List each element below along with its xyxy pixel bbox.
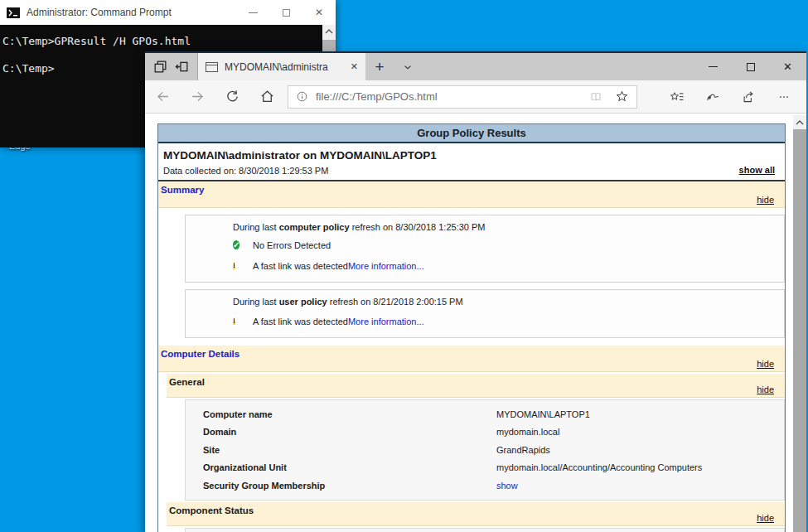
- more-information-link[interactable]: More information...: [348, 261, 424, 271]
- navbar-right-buttons: [659, 80, 801, 114]
- table-row: Computer name MYDOMAIN\LAPTOP1: [203, 405, 784, 423]
- browser-navbar: file:///C:/Temp/GPOs.html: [145, 80, 806, 114]
- close-icon: ✕: [783, 60, 792, 73]
- row-value: MYDOMAIN\LAPTOP1: [496, 409, 590, 419]
- console-line-command: C:\Temp>GPResult /H GPOs.html: [2, 35, 322, 48]
- row-label: Organizational Unit: [203, 462, 496, 472]
- status-row: ! A fast link was detected More informat…: [233, 313, 784, 329]
- tab-title: MYDOMAIN\administra: [225, 61, 346, 73]
- share-icon[interactable]: [730, 80, 766, 114]
- cmd-titlebar[interactable]: Administrator: Command Prompt ✕: [0, 0, 336, 25]
- minimize-icon: [249, 12, 258, 13]
- summary-content: During last computer policy refresh on 8…: [158, 208, 785, 346]
- table-row: Organizational Unit mydomain.local/Accou…: [203, 459, 784, 477]
- more-information-link[interactable]: More information...: [348, 317, 424, 326]
- table-row: Domain mydomain.local: [203, 423, 784, 442]
- browser-window: MYDOMAIN\administra ✕ + ✕: [145, 51, 806, 532]
- browser-maximize-button[interactable]: [732, 53, 769, 80]
- hub-icon[interactable]: [659, 80, 694, 114]
- row-value: GrandRapids: [496, 445, 550, 455]
- component-status-section-title[interactable]: Component Status: [169, 505, 254, 515]
- tab-close-icon[interactable]: ✕: [351, 61, 358, 72]
- text: refresh on 8/21/2018 2:00:15 PM: [327, 297, 463, 307]
- row-label: Domain: [203, 427, 496, 437]
- page-icon: [206, 62, 218, 72]
- row-label: Security Group Membership: [203, 481, 496, 491]
- tab-preview-chevron-icon[interactable]: [394, 53, 422, 80]
- section-general: General hide: [167, 374, 785, 398]
- info-icon[interactable]: [296, 90, 308, 103]
- row-label: Computer name: [203, 409, 496, 419]
- status-row: ✓ No Errors Detected: [233, 239, 784, 251]
- general-section-title[interactable]: General: [169, 377, 205, 387]
- computer-policy-box: During last computer policy refresh on 8…: [185, 215, 785, 283]
- address-bar[interactable]: file:///C:/Temp/GPOs.html: [288, 85, 637, 109]
- report-collected-on: Data collected on: 8/30/2018 1:29:53 PM: [163, 166, 780, 176]
- tabs-set-aside-icon[interactable]: [174, 59, 190, 75]
- general-hide-link[interactable]: hide: [757, 384, 774, 394]
- computer-details-section-title[interactable]: Computer Details: [161, 349, 239, 359]
- section-computer-details: Computer Details hide: [158, 346, 785, 372]
- component-status-hide-link[interactable]: hide: [757, 513, 774, 523]
- scroll-up-icon[interactable]: [793, 115, 806, 129]
- back-button[interactable]: [145, 80, 180, 114]
- browser-tabbar: MYDOMAIN\administra ✕ + ✕: [145, 53, 806, 80]
- reading-view-icon[interactable]: [588, 90, 603, 104]
- browser-close-button[interactable]: ✕: [769, 53, 806, 80]
- forward-button[interactable]: [180, 80, 215, 114]
- warning-icon: !: [233, 261, 235, 269]
- browser-scrollbar[interactable]: [793, 115, 806, 532]
- computer-policy-line: During last computer policy refresh on 8…: [233, 222, 784, 232]
- row-value: mydomain.local: [496, 427, 559, 437]
- browser-window-controls: ✕: [694, 53, 806, 80]
- gp-report: Group Policy Results MYDOMAIN\administra…: [157, 123, 786, 532]
- icon-cell: !: [233, 313, 253, 329]
- icon-cell: !: [233, 258, 253, 273]
- url-text[interactable]: file:///C:/Temp/GPOs.html: [316, 90, 588, 103]
- cmd-icon: [7, 7, 20, 18]
- show-link[interactable]: show: [496, 481, 518, 491]
- cmd-minimize-button[interactable]: [236, 0, 269, 25]
- maximize-icon: [747, 63, 755, 71]
- user-policy-line: During last user policy refresh on 8/21/…: [233, 297, 784, 307]
- home-button[interactable]: [249, 80, 284, 114]
- close-icon: ✕: [315, 7, 323, 18]
- more-options-icon[interactable]: [766, 80, 801, 114]
- report-subject: MYDOMAIN\administrator on MYDOMAIN\LAPTO…: [163, 149, 780, 162]
- scroll-up-icon[interactable]: [322, 25, 336, 38]
- report-title: Group Policy Results: [158, 124, 785, 143]
- cmd-window-controls: ✕: [236, 0, 336, 25]
- favorites-star-icon[interactable]: [615, 89, 629, 104]
- table-row: Site GrandRapids: [203, 441, 784, 459]
- fast-link-text: A fast link was detected: [253, 317, 348, 326]
- summary-hide-link[interactable]: hide: [757, 195, 774, 205]
- refresh-button[interactable]: [215, 80, 249, 114]
- cmd-close-button[interactable]: ✕: [302, 0, 336, 25]
- general-panel: Computer name MYDOMAIN\LAPTOP1 Domain my…: [185, 399, 785, 501]
- text-bold: computer policy: [279, 222, 350, 232]
- summary-section-title[interactable]: Summary: [161, 185, 204, 195]
- user-policy-box: During last user policy refresh on 8/21/…: [185, 289, 785, 338]
- new-tab-button[interactable]: +: [365, 53, 394, 80]
- no-errors-text: No Errors Detected: [253, 240, 331, 250]
- text: During last: [233, 297, 279, 307]
- browser-tab-active[interactable]: MYDOMAIN\administra ✕: [198, 53, 365, 80]
- row-value: mydomain.local/Accounting/Accounting Com…: [496, 462, 702, 472]
- minimize-icon: [709, 66, 718, 67]
- row-label: Site: [203, 445, 496, 455]
- status-row: ! A fast link was detected More informat…: [233, 258, 784, 273]
- success-check-icon: ✓: [233, 240, 239, 249]
- maximize-icon: [283, 9, 290, 17]
- cmd-window-title: Administrator: Command Prompt: [27, 7, 236, 18]
- tab-actions: [145, 53, 198, 80]
- text: During last: [233, 222, 279, 232]
- browser-scrollbar-thumb[interactable]: [793, 129, 806, 532]
- computer-details-hide-link[interactable]: hide: [757, 359, 774, 369]
- icon-cell: ✓: [233, 239, 253, 251]
- cmd-maximize-button[interactable]: [269, 0, 302, 25]
- show-all-link[interactable]: show all: [739, 165, 775, 175]
- browser-minimize-button[interactable]: [694, 53, 732, 80]
- component-status-panel: Component Name Status Time Taken Last Pr…: [185, 528, 785, 532]
- ink-pen-icon[interactable]: [694, 80, 730, 114]
- set-aside-tabs-icon[interactable]: [152, 59, 168, 75]
